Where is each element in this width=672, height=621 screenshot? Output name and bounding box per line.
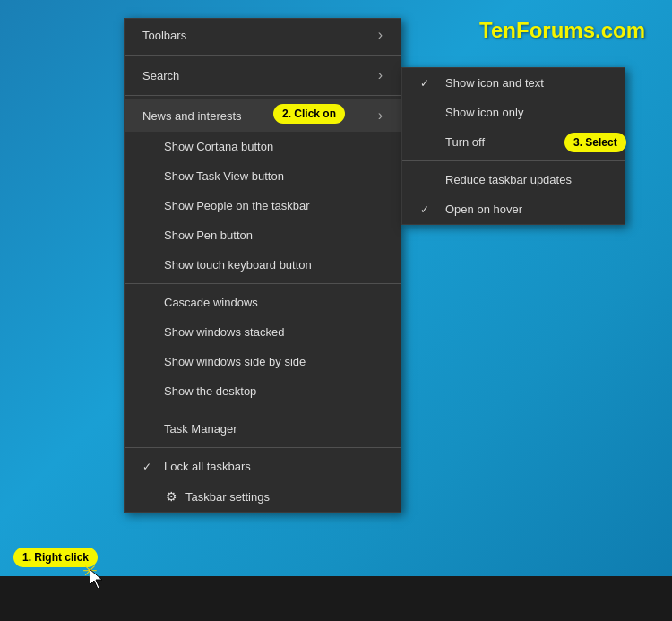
submenu-item-open-hover[interactable]: ✓ Open on hover [402, 194, 625, 224]
menu-item-people[interactable]: Show People on the taskbar [125, 191, 401, 220]
hover-check: ✓ [420, 203, 438, 216]
icon-text-label: Show icon and text [445, 76, 544, 90]
menu-item-pen[interactable]: Show Pen button [125, 220, 401, 250]
submenu-divider [402, 160, 625, 161]
side-label: Show windows side by side [164, 355, 306, 368]
submenu-item-show-icon-text[interactable]: ✓ Show icon and text [402, 68, 625, 98]
reduce-label: Reduce taskbar updates [445, 173, 572, 186]
settings-label: Taskbar settings [185, 490, 270, 504]
menu-item-keyboard[interactable]: Show touch keyboard button [125, 250, 401, 280]
submenu-item-reduce-updates[interactable]: Reduce taskbar updates [402, 165, 625, 194]
search-label: Search [142, 69, 179, 82]
icon-only-label: Show icon only [445, 106, 523, 119]
badge-select: 3. Select [564, 133, 626, 152]
cascade-label: Cascade windows [164, 296, 258, 309]
menu-item-lock-taskbars[interactable]: ✓ Lock all taskbars [125, 452, 401, 481]
divider-2 [125, 95, 401, 96]
divider-1 [125, 55, 401, 56]
menu-item-search[interactable]: Search [125, 59, 401, 91]
mouse-cursor [90, 569, 104, 592]
people-label: Show People on the taskbar [164, 199, 310, 212]
news-interests-arrow [378, 108, 383, 124]
turn-off-label: Turn off [445, 135, 485, 149]
toolbars-label: Toolbars [142, 29, 186, 42]
menu-item-show-desktop[interactable]: Show the desktop [125, 376, 401, 406]
menu-item-stacked[interactable]: Show windows stacked [125, 317, 401, 347]
svg-marker-0 [90, 569, 102, 589]
submenu-item-show-icon-only[interactable]: Show icon only [402, 98, 625, 127]
badge-click-on: 2. Click on [273, 104, 345, 124]
lock-check: ✓ [142, 461, 157, 473]
news-interests-label: News and interests [142, 109, 242, 123]
context-menu: Toolbars Search News and interests Show … [124, 18, 401, 513]
task-view-label: Show Task View button [164, 169, 284, 183]
lock-label: Lock all taskbars [164, 460, 251, 473]
toolbars-arrow [378, 27, 383, 43]
menu-item-task-view[interactable]: Show Task View button [125, 161, 401, 191]
divider-3 [125, 283, 401, 284]
stacked-label: Show windows stacked [164, 325, 284, 339]
search-arrow [378, 67, 383, 83]
menu-item-side-by-side[interactable]: Show windows side by side [125, 347, 401, 376]
tm-label: Task Manager [164, 422, 237, 436]
watermark-text: TenForums.com [479, 18, 645, 43]
menu-item-taskbar-settings[interactable]: ⚙ Taskbar settings [125, 481, 401, 512]
gear-icon: ⚙ [164, 489, 178, 504]
divider-5 [125, 447, 401, 448]
cortana-label: Show Cortana button [164, 140, 273, 153]
divider-4 [125, 410, 401, 410]
menu-item-task-manager[interactable]: Task Manager [125, 414, 401, 444]
desktop-label: Show the desktop [164, 384, 256, 398]
menu-item-news-interests[interactable]: News and interests [125, 99, 401, 132]
pen-label: Show Pen button [164, 229, 253, 242]
menu-item-cortana[interactable]: Show Cortana button [125, 132, 401, 161]
menu-item-toolbars[interactable]: Toolbars [125, 19, 401, 51]
keyboard-label: Show touch keyboard button [164, 258, 312, 272]
menu-item-cascade[interactable]: Cascade windows [125, 288, 401, 317]
hover-label: Open on hover [445, 203, 522, 216]
icon-text-check: ✓ [420, 77, 438, 90]
